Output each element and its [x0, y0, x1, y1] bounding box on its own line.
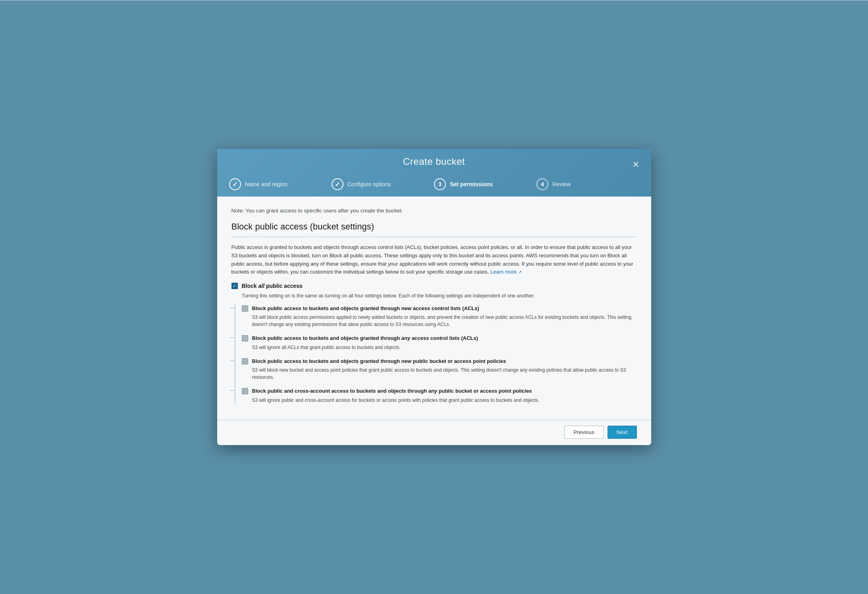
- step-1: ✓ Name and region: [229, 178, 332, 190]
- sub-option-3-content: Block public access to buckets and objec…: [252, 357, 637, 381]
- step-1-icon: ✓: [229, 178, 241, 190]
- sub-option-1-label: Block public access to buckets and objec…: [252, 305, 637, 312]
- modal-footer: Previous Next: [217, 420, 651, 445]
- sub-option-4-checkbox[interactable]: [242, 388, 248, 394]
- sub-option-4-content: Block public and cross-account access to…: [252, 387, 637, 404]
- step-2-icon: ✓: [332, 178, 343, 190]
- sub-option-4: Block public and cross-account access to…: [235, 387, 637, 404]
- sub-option-2-checkbox[interactable]: [242, 335, 248, 341]
- section-title: Block public access (bucket settings): [231, 222, 637, 232]
- sub-option-3: Block public access to buckets and objec…: [235, 357, 637, 381]
- close-button[interactable]: ✕: [632, 160, 639, 169]
- divider: [231, 237, 637, 237]
- sub-option-2: Block public access to buckets and objec…: [235, 334, 637, 351]
- step-4-icon: 4: [536, 178, 548, 190]
- sub-option-1-checkbox[interactable]: [242, 305, 248, 312]
- sub-option-4-desc: S3 will ignore public and cross-account …: [252, 397, 637, 404]
- sub-option-2-content: Block public access to buckets and objec…: [252, 334, 637, 351]
- step-3-icon: 3: [434, 178, 446, 190]
- block-all-checkbox[interactable]: ✓: [231, 283, 238, 289]
- learn-more-link[interactable]: Learn more: [490, 269, 522, 275]
- sub-option-2-label: Block public access to buckets and objec…: [252, 334, 637, 342]
- next-button[interactable]: Next: [608, 426, 637, 439]
- sub-option-1-desc: S3 will block public access permissions …: [252, 314, 637, 328]
- sub-option-3-label: Block public access to buckets and objec…: [252, 357, 637, 365]
- step-2-label: Configure options: [347, 181, 391, 187]
- previous-button[interactable]: Previous: [564, 426, 604, 439]
- step-1-label: Name and region: [245, 181, 287, 187]
- modal-header: Create bucket ✕ ✓ Name and region ✓ Conf…: [217, 149, 651, 197]
- step-2: ✓ Configure options: [332, 178, 434, 190]
- step-4-number: 4: [541, 181, 544, 187]
- modal-body: Note: You can grant access to specific u…: [217, 197, 651, 420]
- note-text: Note: You can grant access to specific u…: [231, 208, 637, 214]
- block-all-label: Block all public access: [242, 283, 303, 289]
- sub-option-1: Block public access to buckets and objec…: [235, 305, 637, 328]
- step-4: 4 Review: [536, 178, 639, 190]
- modal-title-row: Create bucket ✕: [229, 156, 639, 174]
- sub-option-3-checkbox[interactable]: [242, 358, 248, 364]
- sub-option-1-content: Block public access to buckets and objec…: [252, 305, 637, 328]
- block-all-row: ✓ Block all public access: [231, 283, 637, 289]
- modal-title: Create bucket: [403, 156, 465, 167]
- step-4-label: Review: [552, 181, 571, 187]
- sub-options-container: Block public access to buckets and objec…: [235, 305, 637, 404]
- description-text: Public access is granted to buckets and …: [231, 243, 637, 276]
- sub-option-2-desc: S3 will ignore all ACLs that grant publi…: [252, 344, 637, 351]
- steps-row: ✓ Name and region ✓ Configure options 3 …: [229, 174, 639, 197]
- block-all-sublabel: Turning this setting on is the same as t…: [242, 292, 637, 300]
- sub-option-4-label: Block public and cross-account access to…: [252, 387, 637, 395]
- step-2-checkmark: ✓: [335, 181, 340, 188]
- step-3: 3 Set permissions: [434, 178, 536, 190]
- sub-option-3-desc: S3 will block new bucket and access poin…: [252, 366, 637, 381]
- step-3-number: 3: [438, 181, 442, 187]
- step-3-label: Set permissions: [450, 181, 493, 187]
- step-1-checkmark: ✓: [232, 181, 237, 188]
- create-bucket-modal: Create bucket ✕ ✓ Name and region ✓ Conf…: [217, 149, 651, 445]
